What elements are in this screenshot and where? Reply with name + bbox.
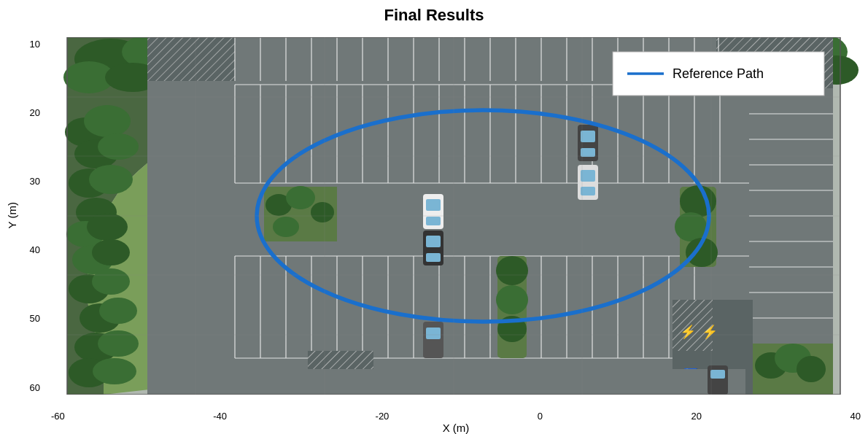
x-axis-ticks: -60 -40 -20 0 20 40 <box>51 411 861 422</box>
svg-point-12 <box>98 133 139 160</box>
svg-rect-151 <box>581 187 595 195</box>
svg-point-14 <box>89 165 133 194</box>
svg-rect-150 <box>581 170 595 182</box>
svg-point-133 <box>496 256 528 285</box>
svg-point-17 <box>87 213 128 241</box>
y-axis-ticks: 60 50 40 30 20 10 <box>20 37 40 395</box>
svg-point-74 <box>797 356 826 382</box>
svg-rect-148 <box>581 148 595 157</box>
svg-point-25 <box>98 330 139 357</box>
svg-point-23 <box>99 298 137 324</box>
svg-text:⚡: ⚡ <box>680 324 697 340</box>
svg-point-129 <box>286 186 315 209</box>
svg-rect-142 <box>426 253 441 262</box>
chart-area: Y (m) 60 50 40 30 20 10 <box>0 26 868 427</box>
svg-text:Reference Path: Reference Path <box>673 66 764 81</box>
svg-point-21 <box>92 268 130 295</box>
svg-rect-37 <box>147 37 235 88</box>
chart-title: Final Results <box>384 6 484 25</box>
svg-point-27 <box>93 358 136 384</box>
svg-rect-145 <box>426 217 441 225</box>
svg-rect-127 <box>147 369 745 395</box>
svg-point-130 <box>311 202 334 222</box>
svg-point-10 <box>84 105 131 137</box>
svg-rect-144 <box>426 199 441 211</box>
chart-container: Final Results Y (m) 60 50 40 30 20 10 <box>0 0 868 434</box>
svg-rect-152 <box>423 322 443 358</box>
plot-area: ⚡ ⚡ ♿ <box>43 37 864 395</box>
x-axis-label: X (m) <box>51 422 861 434</box>
svg-rect-141 <box>426 236 441 247</box>
svg-point-19 <box>92 239 130 266</box>
svg-point-138 <box>675 212 707 241</box>
svg-point-131 <box>273 217 299 237</box>
svg-rect-153 <box>426 328 441 339</box>
svg-text:⚡: ⚡ <box>702 324 718 340</box>
svg-rect-75 <box>147 81 749 358</box>
y-axis-label: Y (m) <box>6 202 18 228</box>
svg-rect-147 <box>581 131 595 142</box>
svg-point-134 <box>496 285 528 314</box>
svg-rect-155 <box>710 370 725 379</box>
